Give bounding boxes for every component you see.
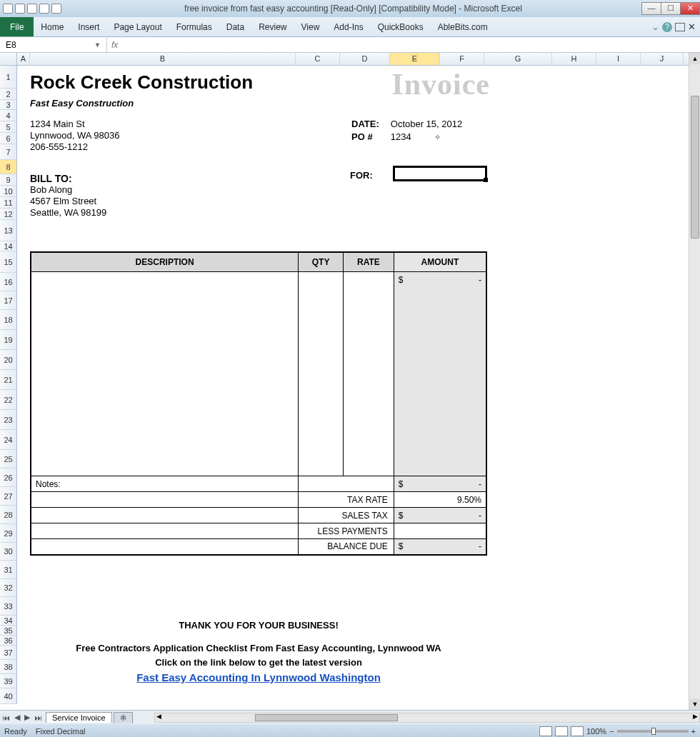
undo-icon[interactable]: [27, 4, 37, 14]
row-header-10[interactable]: 10: [0, 186, 17, 197]
tab-formulas[interactable]: Formulas: [169, 17, 219, 36]
row-header-3[interactable]: 3: [0, 100, 17, 110]
row-header-29[interactable]: 29: [0, 524, 17, 543]
redo-icon[interactable]: [39, 4, 49, 14]
name-box[interactable]: E8 ▼: [0, 38, 107, 52]
ribbon-close-icon[interactable]: ✕: [688, 21, 696, 32]
row-header-38[interactable]: 38: [0, 660, 17, 674]
promo-link[interactable]: Fast Easy Accounting In Lynnwood Washing…: [30, 671, 487, 683]
tax-rate-value[interactable]: 9.50%: [394, 492, 486, 508]
row-header-34[interactable]: 34: [0, 616, 17, 626]
col-header-i[interactable]: I: [596, 53, 641, 65]
row-header-11[interactable]: 11: [0, 197, 17, 209]
ribbon-restore-icon[interactable]: [675, 23, 685, 31]
zoom-out-icon[interactable]: −: [609, 727, 614, 736]
tab-insert[interactable]: Insert: [71, 17, 106, 36]
col-header-d[interactable]: D: [340, 53, 390, 65]
view-normal-icon[interactable]: [539, 726, 552, 736]
row-header-5[interactable]: 5: [0, 121, 17, 133]
cell-desc[interactable]: [31, 272, 299, 288]
hscroll-left-icon[interactable]: ◀: [156, 713, 161, 720]
tab-review[interactable]: Review: [251, 17, 294, 36]
horizontal-scrollbar[interactable]: ◀ ▶: [154, 713, 700, 723]
save-icon[interactable]: [15, 4, 25, 14]
sheet-nav-first-icon[interactable]: ⏮: [0, 713, 12, 722]
ribbon-minimize-icon[interactable]: ⌄: [651, 21, 659, 32]
active-cell-selection[interactable]: [393, 166, 487, 181]
col-header-j[interactable]: J: [641, 53, 684, 65]
scroll-thumb[interactable]: [691, 96, 699, 239]
col-header-f[interactable]: F: [440, 53, 484, 65]
zoom-knob[interactable]: [651, 728, 656, 735]
row-header-39[interactable]: 39: [0, 674, 17, 688]
row-header-12[interactable]: 12: [0, 209, 17, 220]
row-header-18[interactable]: 18: [0, 310, 17, 330]
fill-handle[interactable]: [484, 178, 488, 182]
col-header-a[interactable]: A: [17, 53, 30, 65]
maximize-button[interactable]: ☐: [661, 2, 681, 15]
row-header-7[interactable]: 7: [0, 144, 17, 160]
sheet-tab-new-icon[interactable]: ✻: [114, 712, 133, 723]
view-break-icon[interactable]: [571, 726, 584, 736]
tab-addins[interactable]: Add-Ins: [326, 17, 370, 36]
hscroll-right-icon[interactable]: ▶: [693, 713, 698, 720]
tab-data[interactable]: Data: [219, 17, 251, 36]
vertical-scrollbar[interactable]: ▲ ▼: [689, 53, 700, 710]
row-header-25[interactable]: 25: [0, 450, 17, 468]
row-header-16[interactable]: 16: [0, 273, 17, 291]
row-header-36[interactable]: 36: [0, 636, 17, 646]
sheet-nav-last-icon[interactable]: ⏭: [32, 713, 44, 722]
scroll-down-icon[interactable]: ▼: [689, 698, 700, 710]
close-button[interactable]: ✕: [680, 2, 700, 15]
row-header-1[interactable]: 1: [0, 66, 17, 89]
row-header-24[interactable]: 24: [0, 430, 17, 450]
col-header-g[interactable]: G: [484, 53, 552, 65]
hscroll-thumb[interactable]: [255, 714, 398, 721]
row-header-19[interactable]: 19: [0, 330, 17, 350]
row-header-2[interactable]: 2: [0, 89, 17, 100]
scroll-up-icon[interactable]: ▲: [689, 53, 700, 64]
sheet-nav-next-icon[interactable]: ▶: [22, 713, 32, 722]
cell-rate[interactable]: [343, 272, 394, 288]
row-header-32[interactable]: 32: [0, 579, 17, 597]
zoom-level[interactable]: 100%: [586, 727, 606, 736]
row-header-4[interactable]: 4: [0, 110, 17, 121]
row-header-30[interactable]: 30: [0, 543, 17, 561]
row-header-40[interactable]: 40: [0, 688, 17, 704]
less-payments-value[interactable]: [394, 523, 486, 539]
sheet-tab-active[interactable]: Service Invoice: [46, 712, 112, 723]
tab-view[interactable]: View: [294, 17, 327, 36]
file-tab[interactable]: File: [0, 17, 34, 36]
help-icon[interactable]: ?: [662, 22, 672, 32]
row-header-13[interactable]: 13: [0, 220, 17, 241]
row-header-17[interactable]: 17: [0, 291, 17, 310]
sheet-nav-prev-icon[interactable]: ◀: [12, 713, 22, 722]
qat-more-icon[interactable]: [51, 4, 61, 14]
row-header-35[interactable]: 35: [0, 626, 17, 636]
col-header-e[interactable]: E: [390, 53, 440, 65]
row-header-27[interactable]: 27: [0, 487, 17, 506]
col-header-c[interactable]: C: [296, 53, 340, 65]
zoom-slider[interactable]: [617, 730, 689, 733]
row-header-8[interactable]: 8: [0, 160, 17, 174]
tab-quickbooks[interactable]: QuickBooks: [371, 17, 431, 36]
zoom-in-icon[interactable]: +: [691, 727, 696, 736]
minimize-button[interactable]: —: [641, 2, 661, 15]
select-all-corner[interactable]: [0, 53, 17, 65]
row-header-33[interactable]: 33: [0, 597, 17, 616]
row-header-37[interactable]: 37: [0, 646, 17, 660]
row-header-14[interactable]: 14: [0, 241, 17, 251]
row-header-31[interactable]: 31: [0, 561, 17, 579]
col-header-b[interactable]: B: [30, 53, 296, 65]
notes-label[interactable]: Notes:: [31, 476, 299, 492]
row-header-21[interactable]: 21: [0, 370, 17, 390]
row-header-26[interactable]: 26: [0, 468, 17, 487]
cell-qty[interactable]: [299, 272, 344, 288]
row-header-9[interactable]: 9: [0, 174, 17, 186]
tab-home[interactable]: Home: [34, 17, 71, 36]
tab-page-layout[interactable]: Page Layout: [106, 17, 169, 36]
view-layout-icon[interactable]: [555, 726, 568, 736]
tab-ablebits[interactable]: AbleBits.com: [431, 17, 495, 36]
col-header-h[interactable]: H: [552, 53, 596, 65]
row-header-23[interactable]: 23: [0, 410, 17, 430]
